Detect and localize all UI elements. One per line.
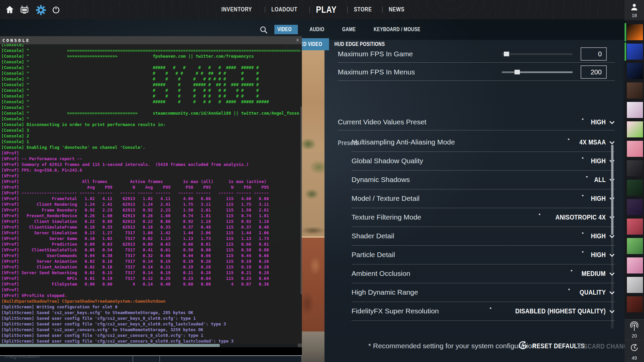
- console-line: [VProf] Present_RenderDevice 0.26 1.60 6…: [1, 213, 301, 219]
- setting-row-model-texture-detail[interactable]: Model / Texture Detail*HIGH: [352, 189, 615, 208]
- setting-row-dynamic-shadows[interactable]: Dynamic Shadows*ALL: [352, 170, 615, 189]
- avatar-green-cartoon[interactable]: [627, 121, 643, 137]
- setting-row-high-dynamic-range[interactable]: High Dynamic Range*QUALITY: [352, 283, 615, 302]
- avatar-fire[interactable]: [627, 24, 643, 40]
- avatar-green-anime[interactable]: [627, 238, 643, 254]
- setting-row-current-video-values-preset[interactable]: Current Video Values Preset*HIGH: [338, 114, 615, 130]
- setting-value[interactable]: *4X MSAA: [568, 138, 615, 146]
- console-line: [Console] ": [1, 44, 301, 48]
- setting-value[interactable]: *HIGH: [582, 232, 615, 240]
- nav-separator: [309, 7, 310, 13]
- nav-store[interactable]: STORE: [354, 6, 376, 13]
- setting-value[interactable]: *ALL: [586, 176, 615, 184]
- avatar-pink-anime[interactable]: [627, 257, 643, 274]
- console-vertical-scrollbar[interactable]: [301, 107, 302, 294]
- recommended-asterisk: *: [539, 213, 540, 218]
- console-hscroll-thumb[interactable]: [0, 344, 220, 347]
- setting-value[interactable]: *HIGH: [582, 157, 615, 165]
- setting-row-shader-detail[interactable]: Shader Detail*HIGH: [352, 227, 615, 246]
- nav-store-label: STORE: [354, 6, 372, 13]
- setting-row-ambient-occlusion[interactable]: Ambient Occlusion*MEDIUM: [352, 264, 615, 283]
- settings-scrollbar[interactable]: [611, 145, 613, 328]
- tab-video[interactable]: VIDEO: [274, 25, 298, 34]
- setting-value[interactable]: *ANISOTROPIC 4X: [539, 213, 615, 221]
- setting-value-label: HIGH: [591, 118, 606, 126]
- console-line: [VProf] Server Game 0.10 1.02 7317 0.82 …: [1, 236, 301, 241]
- console-line: [VProf]: [1, 150, 301, 156]
- settings-scrollbar-thumb[interactable]: [611, 145, 613, 235]
- console-line: [Console] 1: [1, 139, 301, 144]
- avatar-red-anime[interactable]: [627, 219, 643, 235]
- avatar-skull[interactable]: [627, 63, 643, 79]
- search-icon[interactable]: [259, 25, 268, 36]
- setting-row-global-shadow-quality[interactable]: Global Shadow Quality*HIGH: [352, 152, 615, 171]
- tab-audio[interactable]: AUDIO: [307, 25, 331, 34]
- settings-gear-icon[interactable]: [36, 5, 46, 15]
- slider-track[interactable]: [502, 53, 573, 55]
- console-close-button[interactable]: x: [296, 37, 299, 42]
- tab-label: VIDEO: [277, 26, 291, 33]
- setting-value-label: HIGH: [591, 194, 606, 202]
- setting-row-texture-filtering-mode[interactable]: Texture Filtering Mode*ANISOTROPIC 4X: [352, 208, 615, 227]
- console-line: [SplitScreen] Saved user config file 'cf…: [1, 333, 301, 338]
- broadcast-count: 20: [625, 333, 644, 339]
- setting-value-label: HIGH: [591, 232, 606, 240]
- scene-wall: [301, 44, 325, 236]
- nav-separator: [347, 7, 348, 13]
- home-icon[interactable]: [5, 5, 15, 15]
- avatar-gray-anime[interactable]: [627, 160, 643, 176]
- tab-label: AUDIO: [310, 26, 324, 33]
- setting-value[interactable]: *DISABLED (HIGHEST QUALITY): [490, 307, 615, 315]
- avatar-white-anime[interactable]: [627, 102, 643, 118]
- console-line: [VProf] Server Send Networking 0.02 0.15…: [1, 270, 301, 276]
- setting-label: FidelityFX Super Resolution: [352, 307, 490, 315]
- slider-value-box[interactable]: 200: [581, 65, 607, 79]
- tab-keyboard-mouse[interactable]: KEYBOARD / MOUSE: [371, 25, 434, 34]
- console-line: [VProf] ClientSimulateFrame 0.18 0.33 62…: [1, 224, 301, 230]
- avatar-portrait[interactable]: [627, 82, 643, 99]
- nav-news[interactable]: NEWS: [389, 6, 408, 13]
- setting-value[interactable]: *MEDIUM: [571, 269, 615, 278]
- nav-inventory[interactable]: INVENTORY: [221, 6, 259, 13]
- setting-value[interactable]: *HIGH: [582, 118, 615, 126]
- reset-defaults-label: RESET DEFAULTS: [532, 342, 585, 350]
- console-horizontal-scrollbar[interactable]: [0, 344, 302, 347]
- console-output[interactable]: [Console] "[Console] " =================…: [1, 44, 301, 347]
- console-title: CONSOLE: [2, 38, 30, 43]
- console-line: [Console] 2: [1, 133, 301, 139]
- console-line: [VProf] Avg P99 N Avg P99 P50 P95 N P50 …: [1, 184, 301, 190]
- setting-value[interactable]: *HIGH: [582, 251, 615, 259]
- avatar-dark-green[interactable]: [627, 180, 643, 196]
- power-icon[interactable]: [51, 5, 61, 15]
- avatar-pink-pig[interactable]: [627, 141, 643, 157]
- setting-row-multisampling-anti-aliasing-mode[interactable]: Multisampling Anti-Aliasing Mode*4X MSAA: [352, 133, 615, 152]
- slider-thumb[interactable]: [504, 52, 509, 56]
- avatar-blue-portrait[interactable]: [627, 44, 643, 60]
- nav-play[interactable]: PLAY: [316, 4, 341, 15]
- avatar-purple[interactable]: [627, 199, 643, 215]
- broadcast-section[interactable]: 20: [625, 319, 644, 340]
- console-line: [Console] 3: [1, 127, 301, 133]
- console-input[interactable]: [0, 347, 302, 355]
- slider-track[interactable]: [502, 71, 573, 73]
- friends-online-section[interactable]: 18: [625, 0, 644, 20]
- setting-label: Particle Detail: [352, 251, 582, 259]
- recent-games-section[interactable]: 49: [625, 340, 644, 362]
- setting-value[interactable]: *HIGH: [582, 194, 615, 202]
- tab-label: KEYBOARD / MOUSE: [374, 26, 420, 33]
- slider-thumb[interactable]: [515, 70, 520, 74]
- avatar-sketch[interactable]: [627, 277, 643, 293]
- scene-lower-wall: [301, 238, 325, 331]
- console-title-bar[interactable]: CONSOLE x: [0, 36, 302, 44]
- nav-loadout[interactable]: LOADOUT: [271, 6, 303, 13]
- setting-label: Current Video Values Preset: [338, 118, 582, 126]
- setting-row-fidelityfx-super-resolution[interactable]: FidelityFX Super Resolution*DISABLED (HI…: [352, 302, 615, 321]
- watch-tv-icon[interactable]: [19, 5, 30, 15]
- setting-value-label: QUALITY: [580, 288, 606, 296]
- setting-value[interactable]: *QUALITY: [568, 288, 615, 296]
- avatar-dark-red[interactable]: [627, 296, 643, 312]
- setting-row-particle-detail[interactable]: Particle Detail*HIGH: [352, 245, 615, 264]
- slider-value-box[interactable]: 0: [581, 47, 607, 61]
- reset-icon: [518, 340, 528, 352]
- tab-game[interactable]: GAME: [339, 25, 362, 34]
